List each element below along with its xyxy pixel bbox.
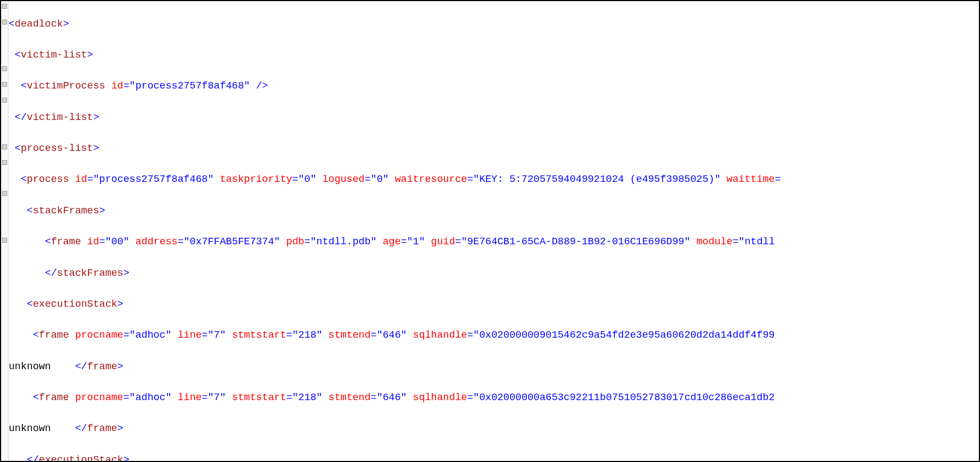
xml-line[interactable]: <process id="process2757f8af468" taskpri… — [9, 172, 979, 188]
xml-line[interactable]: <frame procname="adhoc" line="7" stmtsta… — [9, 328, 979, 344]
xml-line[interactable]: </executionStack> — [9, 453, 979, 462]
xml-line[interactable]: <process-list> — [9, 141, 979, 157]
xml-line[interactable]: <stackFrames> — [9, 204, 979, 219]
fold-toggle[interactable]: ⊟ — [2, 98, 7, 103]
xml-line[interactable]: <deadlock> — [9, 17, 979, 33]
xml-line[interactable]: unknown </frame> — [9, 359, 979, 375]
fold-toggle[interactable]: ⊟ — [2, 82, 7, 87]
fold-toggle[interactable]: ⊟ — [2, 160, 7, 165]
code-area[interactable]: <deadlock> <victim-list> <victimProcess … — [1, 1, 979, 462]
fold-toggle[interactable]: ⊟ — [2, 238, 7, 243]
xml-line[interactable]: <victim-list> — [9, 48, 979, 64]
folding-gutter: ⊟ ⊟ ⊟ ⊟ ⊟ ⊟ ⊟ ⊟ ⊟ — [1, 1, 9, 461]
xml-line[interactable]: </stackFrames> — [9, 266, 979, 282]
xml-editor[interactable]: ⊟ ⊟ ⊟ ⊟ ⊟ ⊟ ⊟ ⊟ ⊟ <deadlock> <victim-lis… — [0, 0, 980, 462]
fold-toggle[interactable]: ⊟ — [2, 144, 7, 149]
fold-toggle[interactable]: ⊟ — [2, 66, 7, 71]
fold-toggle[interactable]: ⊟ — [2, 20, 7, 24]
xml-line[interactable]: <victimProcess id="process2757f8af468" /… — [9, 79, 979, 94]
xml-line[interactable]: <frame id="00" address="0x7FFAB5FE7374" … — [9, 235, 979, 250]
fold-toggle[interactable]: ⊟ — [2, 4, 7, 9]
xml-line[interactable]: unknown </frame> — [9, 421, 979, 437]
fold-toggle[interactable]: ⊟ — [2, 191, 7, 196]
xml-line[interactable]: <frame procname="adhoc" line="7" stmtsta… — [9, 390, 979, 406]
xml-line[interactable]: <executionStack> — [9, 297, 979, 313]
xml-line[interactable]: </victim-list> — [9, 110, 979, 126]
